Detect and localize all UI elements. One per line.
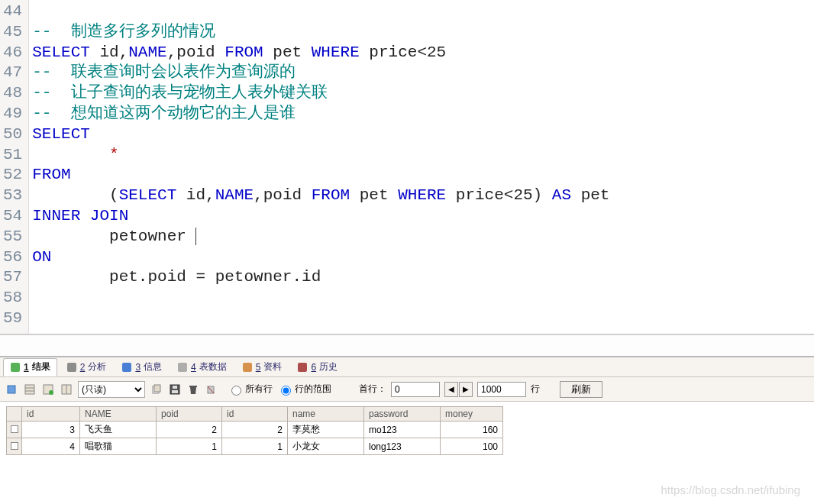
svg-rect-4 — [243, 363, 252, 372]
save-icon[interactable] — [168, 383, 182, 396]
column-header[interactable]: password — [364, 407, 441, 422]
export-icon[interactable] — [5, 383, 18, 396]
tab-信息[interactable]: 3 信息 — [115, 358, 168, 376]
column-header[interactable]: id — [22, 407, 80, 422]
cell[interactable]: 3 — [22, 422, 80, 438]
watermark: https://blog.csdn.net/ifubing — [661, 483, 800, 496]
svg-rect-6 — [8, 386, 15, 393]
column-header[interactable]: id — [222, 407, 288, 422]
svg-rect-7 — [25, 385, 34, 394]
cell[interactable]: 1 — [157, 438, 222, 455]
cell[interactable]: 飞天鱼 — [80, 422, 157, 438]
results-toolbar: (只读) 所有行 行的范围 首行： ◀ ▶ 行 刷新 — [0, 377, 814, 402]
next-page-button[interactable]: ▶ — [459, 382, 473, 397]
cell[interactable]: 2 — [157, 422, 222, 438]
svg-rect-19 — [189, 386, 197, 387]
cell[interactable]: 100 — [441, 438, 503, 455]
cell[interactable]: 李莫愁 — [288, 422, 364, 438]
row-scope-radio-group: 所有行 行的范围 — [228, 383, 331, 396]
svg-rect-18 — [173, 386, 177, 389]
radio-row-range[interactable]: 行的范围 — [277, 383, 331, 396]
svg-rect-15 — [154, 385, 160, 392]
pane-divider[interactable] — [0, 334, 814, 356]
svg-rect-3 — [178, 363, 187, 372]
svg-rect-1 — [67, 363, 76, 372]
tab-结果[interactable]: 1 结果 — [3, 358, 57, 376]
first-row-label: 首行： — [359, 383, 386, 396]
cell[interactable]: 小龙女 — [288, 438, 364, 455]
cell[interactable]: 唱歌猫 — [80, 438, 157, 455]
readonly-select[interactable]: (只读) — [78, 381, 145, 398]
first-row-input[interactable] — [391, 382, 440, 397]
tab-icon — [297, 362, 308, 373]
grid-add-icon[interactable] — [41, 383, 55, 396]
svg-rect-17 — [172, 390, 178, 393]
column-header[interactable]: money — [441, 407, 503, 422]
table-row[interactable]: 4唱歌猫11小龙女long123100 — [7, 438, 503, 455]
cell[interactable]: 4 — [22, 438, 80, 455]
cell[interactable]: mo123 — [364, 422, 441, 438]
copy-icon[interactable] — [150, 383, 163, 396]
results-grid-container: idNAMEpoididnamepasswordmoney3飞天鱼22李莫愁mo… — [0, 402, 814, 460]
results-table[interactable]: idNAMEpoididnamepasswordmoney3飞天鱼22李莫愁mo… — [6, 406, 503, 455]
tab-表数据[interactable]: 4 表数据 — [171, 358, 233, 376]
column-header[interactable]: NAME — [80, 407, 157, 422]
tab-icon — [66, 362, 77, 373]
svg-point-11 — [49, 390, 53, 395]
sql-editor[interactable]: 44 45 46 47 48 49 50 51 52 53 54 55 56 5… — [0, 0, 814, 334]
cell[interactable]: 2 — [222, 422, 288, 438]
radio-all-rows[interactable]: 所有行 — [228, 383, 273, 396]
results-tabs: 1 结果2 分析3 信息4 表数据5 资料6 历史 — [0, 356, 814, 377]
tab-icon — [121, 362, 132, 373]
tab-历史[interactable]: 6 历史 — [291, 358, 344, 376]
row-selector[interactable] — [7, 422, 22, 438]
row-selector[interactable] — [7, 438, 22, 455]
tab-资料[interactable]: 5 资料 — [236, 358, 289, 376]
grid1-icon[interactable] — [23, 383, 37, 396]
svg-rect-2 — [122, 363, 131, 372]
tab-icon — [10, 362, 21, 373]
cell[interactable]: 1 — [222, 438, 288, 455]
column-header[interactable]: name — [288, 407, 364, 422]
row-range-controls: 首行： ◀ ▶ 行 — [359, 382, 540, 397]
trash-icon[interactable] — [186, 383, 200, 396]
grid2-icon[interactable] — [60, 383, 73, 396]
column-header[interactable]: poid — [157, 407, 222, 422]
line-gutter: 44 45 46 47 48 49 50 51 52 53 54 55 56 5… — [0, 0, 29, 334]
prev-page-button[interactable]: ◀ — [444, 382, 458, 397]
cell[interactable]: 160 — [441, 422, 503, 438]
tab-icon — [242, 362, 253, 373]
row-suffix-label: 行 — [531, 383, 540, 396]
cell[interactable]: long123 — [364, 438, 441, 455]
row-count-input[interactable] — [477, 382, 526, 397]
refresh-button[interactable]: 刷新 — [560, 381, 602, 398]
svg-rect-5 — [298, 363, 307, 372]
tab-icon — [177, 362, 188, 373]
tab-分析[interactable]: 2 分析 — [60, 358, 113, 376]
table-row[interactable]: 3飞天鱼22李莫愁mo123160 — [7, 422, 503, 438]
code-area[interactable]: -- 制造多行多列的情况 SELECT id,NAME,poid FROM pe… — [29, 0, 814, 334]
cut-icon[interactable] — [205, 383, 218, 396]
svg-rect-0 — [11, 363, 20, 372]
